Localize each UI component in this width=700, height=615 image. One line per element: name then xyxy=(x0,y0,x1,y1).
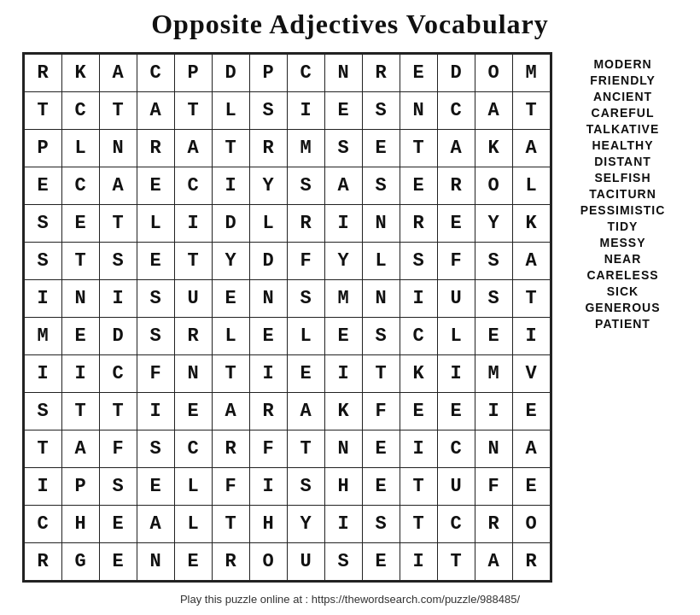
grid-cell: C xyxy=(287,55,324,92)
grid-cell: D xyxy=(99,318,137,355)
grid-cell: E xyxy=(512,393,550,430)
grid-cell: L xyxy=(137,205,174,243)
grid-cell: R xyxy=(24,543,61,581)
grid-cell: N xyxy=(137,543,174,581)
word-list-item: CAREFUL xyxy=(592,106,655,120)
grid-cell: E xyxy=(249,318,287,355)
grid-cell: T xyxy=(512,280,550,318)
grid-cell: A xyxy=(137,506,174,543)
grid-cell: L xyxy=(287,318,324,355)
grid-cell: S xyxy=(287,280,324,318)
grid-cell: S xyxy=(24,205,61,243)
grid-cell: N xyxy=(99,130,137,167)
grid-cell: H xyxy=(61,506,99,543)
grid-cell: I xyxy=(212,167,249,205)
grid-cell: D xyxy=(437,55,475,92)
grid-cell: U xyxy=(437,468,475,506)
grid-cell: E xyxy=(362,468,400,506)
grid-cell: I xyxy=(324,205,362,243)
grid-cell: S xyxy=(99,468,137,506)
grid-cell: D xyxy=(212,205,249,243)
grid-cell: T xyxy=(212,506,249,543)
grid-cell: C xyxy=(61,92,99,130)
word-list-item: DISTANT xyxy=(594,155,651,168)
word-list-item: TALKATIVE xyxy=(586,122,659,136)
grid-cell: S xyxy=(362,506,400,543)
grid-cell: T xyxy=(24,430,61,468)
grid-cell: S xyxy=(24,243,61,280)
word-list-item: MESSY xyxy=(599,236,645,249)
grid-cell: C xyxy=(61,167,99,205)
grid-cell: N xyxy=(362,280,400,318)
word-list-item: FRIENDLY xyxy=(590,73,656,87)
grid-cell: L xyxy=(512,167,550,205)
grid-cell: T xyxy=(61,393,99,430)
grid-cell: T xyxy=(24,92,61,130)
word-list-item: TACITURN xyxy=(589,187,656,201)
grid-cell: A xyxy=(512,243,550,280)
grid-cell: M xyxy=(24,318,61,355)
grid-cell: A xyxy=(475,92,512,130)
grid-cell: A xyxy=(212,393,249,430)
grid-cell: E xyxy=(512,468,550,506)
grid-cell: R xyxy=(362,55,400,92)
grid-cell: L xyxy=(212,318,249,355)
grid-cell: Y xyxy=(212,243,249,280)
grid-cell: U xyxy=(437,280,475,318)
grid-cell: T xyxy=(512,92,550,130)
grid-cell: N xyxy=(324,430,362,468)
grid-cell: A xyxy=(287,393,324,430)
footer: Play this puzzle online at : https://the… xyxy=(180,593,520,606)
word-list-item: SELFISH xyxy=(594,171,650,184)
grid-cell: N xyxy=(400,92,437,130)
grid-cell: R xyxy=(437,167,475,205)
grid-cell: E xyxy=(400,393,437,430)
grid-cell: C xyxy=(137,55,174,92)
grid-cell: L xyxy=(362,243,400,280)
grid-cell: F xyxy=(99,430,137,468)
grid-cell: E xyxy=(99,506,137,543)
grid-cell: F xyxy=(475,468,512,506)
grid-cell: T xyxy=(400,468,437,506)
grid-cell: I xyxy=(99,280,137,318)
grid-cell: S xyxy=(362,92,400,130)
grid-cell: E xyxy=(400,167,437,205)
grid-cell: N xyxy=(324,55,362,92)
grid-cell: Y xyxy=(475,205,512,243)
grid-cell: K xyxy=(400,355,437,393)
grid-cell: N xyxy=(475,430,512,468)
grid-cell: A xyxy=(137,92,174,130)
grid-cell: C xyxy=(400,318,437,355)
grid-cell: T xyxy=(212,355,249,393)
grid-cell: I xyxy=(400,430,437,468)
grid-cell: H xyxy=(324,468,362,506)
grid-cell: S xyxy=(324,543,362,581)
grid-cell: F xyxy=(212,468,249,506)
grid-cell: M xyxy=(475,355,512,393)
grid-cell: T xyxy=(437,543,475,581)
grid-cell: L xyxy=(174,468,212,506)
grid-cell: T xyxy=(400,130,437,167)
grid-cell: R xyxy=(137,130,174,167)
grid-cell: O xyxy=(249,543,287,581)
grid-cell: A xyxy=(99,55,137,92)
grid-cell: I xyxy=(249,355,287,393)
word-list-item: MODERN xyxy=(593,57,651,71)
grid-cell: S xyxy=(362,167,400,205)
grid-cell: I xyxy=(249,468,287,506)
word-list-item: HEALTHY xyxy=(592,138,653,152)
grid-cell: T xyxy=(61,243,99,280)
grid-cell: I xyxy=(400,543,437,581)
grid-cell: T xyxy=(287,430,324,468)
grid-cell: L xyxy=(212,92,249,130)
grid-cell: L xyxy=(174,506,212,543)
grid-cell: I xyxy=(437,355,475,393)
grid-cell: I xyxy=(61,355,99,393)
grid-cell: E xyxy=(137,468,174,506)
grid-cell: I xyxy=(475,393,512,430)
grid-cell: I xyxy=(324,355,362,393)
grid-cell: F xyxy=(137,355,174,393)
grid-cell: O xyxy=(512,506,550,543)
grid-cell: S xyxy=(362,318,400,355)
grid-cell: C xyxy=(437,506,475,543)
